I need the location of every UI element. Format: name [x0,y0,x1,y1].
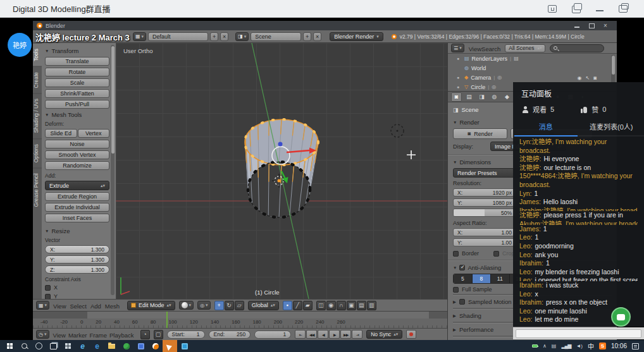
current-frame-marker[interactable] [166,312,168,328]
viewport-menu[interactable]: Select [70,303,87,310]
tool-shelf-tab[interactable]: Tools [33,43,42,66]
visibility-restrict-icon[interactable]: ◉ [577,75,581,81]
constraint-axis-checkbox[interactable]: Y [45,293,109,299]
render-button[interactable]: ◙Render [453,128,507,139]
deform-tool-button[interactable]: Vertex [78,129,110,138]
border-checkbox[interactable]: Border [453,250,479,257]
outliner-scope-selector[interactable]: All Scenes▴▾ [505,44,545,52]
rotate-manipulator-icon[interactable]: ↻ [225,301,234,310]
viewport-menu[interactable]: View [53,303,66,310]
play-button[interactable]: ▶ [329,330,340,339]
scene-selector[interactable]: Scene [251,32,301,41]
blender-close-icon[interactable]: × [604,23,609,28]
face-select-icon[interactable]: ▰ [303,301,313,310]
timeline-menu[interactable]: Playback [109,332,134,339]
constraint-axis-checkbox[interactable]: X [45,284,109,291]
outliner-item[interactable]: ● ◍ World | [448,63,617,73]
cylinder-mesh[interactable] [245,119,318,217]
next-keyframe-button[interactable]: ▶▶ [340,330,351,339]
green-app-icon[interactable] [119,340,133,352]
restore-icon[interactable] [619,5,628,13]
outliner-item[interactable]: ● ▤ RenderLayers | ▤ [448,54,617,63]
screen-layout-icon[interactable]: ▦▾ [133,32,146,41]
jump-to-end-button[interactable]: ⇥ [352,330,362,339]
editor-type-icon[interactable]: ☰▾ [451,44,464,52]
add-tool-button[interactable]: Extrude Individual [45,203,109,212]
battery-icon[interactable] [532,344,538,348]
timeline-menu[interactable]: View [53,332,66,339]
proportional-edit-icon[interactable]: ◉ [326,301,336,310]
timeline-menu[interactable]: Marker [68,332,87,339]
chat-tab[interactable]: 消息 [513,118,579,135]
viewport-menu[interactable]: Add [90,303,101,310]
blue-app-icon[interactable] [133,340,148,352]
current-frame-field[interactable]: 1 [254,331,291,339]
aa-samples-button[interactable]: 11 [491,274,510,283]
support-badge[interactable] [611,307,631,327]
render-restrict-icon[interactable]: ◙ [593,75,597,81]
deform-tool-button[interactable]: Noise [45,140,109,149]
add-scene-button[interactable]: + [303,32,311,41]
translate-manipulator-icon[interactable]: + [214,301,224,310]
object-tab[interactable]: ◆ [502,92,512,102]
chat-input[interactable] [516,329,641,338]
anti-aliasing-checkbox[interactable] [459,265,465,270]
search-button[interactable] [17,340,32,352]
tool-shelf-scrollbar[interactable] [111,45,115,295]
transform-tool-button[interactable]: Shrink/Fatten [45,89,109,98]
file-explorer-icon[interactable] [104,340,119,352]
delete-scene-button[interactable]: × [313,32,321,41]
resolution-percent-slider[interactable]: 50% [453,209,516,217]
expander-icon[interactable]: ● [457,75,462,80]
chat-message-list[interactable]: Lyn:沈艳婷, I'm watching your broadcast. /*… [513,137,644,327]
opengl-render-anim-icon[interactable]: ▥ [367,301,376,310]
clone-window-icon[interactable] [572,6,581,13]
layout-selector[interactable]: Default [148,32,208,41]
vector-field[interactable]: Y:1.300 [45,255,109,264]
snap-icon[interactable]: ∩ [337,301,346,310]
orientation-selector[interactable]: Global▴▾ [248,301,279,310]
transform-panel-header[interactable]: Transform [45,47,109,54]
transform-tool-button[interactable]: Translate [45,57,109,66]
mesh-tools-panel-header[interactable]: Mesh Tools [45,111,109,118]
play-reverse-button[interactable]: ◀ [318,330,328,339]
resolution-field[interactable]: Y:1080 px [453,198,516,207]
transform-tool-button[interactable]: Scale [45,78,109,87]
cortana-button[interactable] [32,340,46,352]
deform-tool-button[interactable]: Smooth Vertex [45,150,109,159]
blender-maximize-icon[interactable] [589,23,595,28]
aspect-ratio-field[interactable]: X:1.00 [453,228,516,236]
expander-icon[interactable]: ● [457,85,462,89]
resize-panel-header[interactable]: Resize [45,228,109,234]
select-restrict-icon[interactable]: ↖ [585,75,590,81]
render-layers-tab[interactable]: ▤ [464,92,474,102]
expander-icon[interactable]: ● [457,56,462,61]
blender-title-bar[interactable]: Blender × [33,21,617,30]
app-grid-icon[interactable] [61,340,75,352]
snap-element-icon[interactable]: ▣ [347,301,356,310]
screenshot-icon[interactable] [548,5,557,13]
blender-app-icon[interactable] [148,340,163,352]
mode-selector[interactable]: Edit Mode▴▾ [127,301,175,310]
aa-samples-button[interactable]: 8 [473,274,492,283]
vertex-select-icon[interactable]: ▪ [283,301,292,310]
ime-indicator[interactable]: 中 [588,341,594,351]
end-frame-field[interactable]: End:250 [209,331,251,339]
scene-tab[interactable]: ◨ [476,92,487,102]
editor-type-icon[interactable]: ▦▾ [36,301,49,310]
internet-explorer-icon[interactable] [75,340,90,352]
like-count[interactable]: 赞0 [581,104,606,114]
streaming-app-active-icon[interactable] [163,340,177,352]
action-center-icon[interactable] [632,343,639,349]
network-icon[interactable]: ▂▄▆ [561,343,571,349]
minimize-icon[interactable] [596,10,604,11]
edge-select-icon[interactable]: ╱ [293,301,302,310]
empty-circle-object[interactable] [391,124,404,137]
pivot-point-selector[interactable]: ◎▾ [197,301,211,310]
start-frame-field[interactable]: Start:1 [167,331,205,339]
aa-samples-button[interactable]: 5 [454,274,473,283]
limit-selection-icon[interactable]: ◫ [316,301,326,310]
hidden-icons-chevron[interactable]: ∧ [543,343,547,349]
start-button[interactable] [3,340,17,352]
blue-app2-icon[interactable] [177,340,192,352]
